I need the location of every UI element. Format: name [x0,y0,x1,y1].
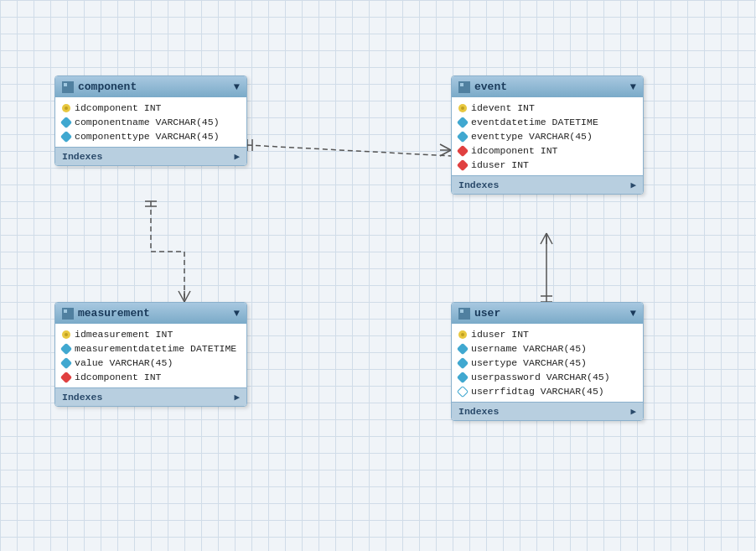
field-label: measurementdatetime DATETIME [75,343,236,354]
table-measurement-icon [62,308,74,320]
field-label: userpassword VARCHAR(45) [471,372,610,382]
table-row: idevent INT [452,101,643,115]
table-row: iduser INT [452,158,643,172]
diamond-empty-icon [457,385,469,397]
table-component-title: component [78,81,137,93]
table-row: iduser INT [452,327,643,341]
table-event-arrow: ▼ [630,81,636,93]
diamond-icon [457,371,469,382]
table-measurement-arrow: ▼ [234,308,240,320]
table-event-icon [458,81,470,93]
svg-line-0 [247,145,451,156]
indexes-label: Indexes [62,392,102,403]
indexes-label: Indexes [458,406,499,417]
table-user-indexes[interactable]: Indexes ▶ [452,402,643,420]
field-label: iduser INT [471,329,529,340]
field-label: idcomponent INT [471,145,558,156]
indexes-expand-icon: ▶ [234,151,240,162]
diamond-icon [60,356,72,368]
field-label: userrfidtag VARCHAR(45) [471,386,604,397]
key-icon [458,330,467,339]
indexes-expand-icon: ▶ [234,392,240,403]
table-row: componenttype VARCHAR(45) [55,129,246,143]
field-label: username VARCHAR(45) [471,343,587,354]
table-user-header[interactable]: user ▼ [452,303,643,324]
field-label: componentname VARCHAR(45) [75,117,220,127]
field-label: usertype VARCHAR(45) [471,357,587,368]
svg-line-4 [440,150,451,156]
table-user: user ▼ iduser INT username VARCHAR(45) u… [451,302,644,421]
table-row: usertype VARCHAR(45) [452,356,643,370]
diamond-icon [60,116,72,127]
table-row: idcomponent INT [452,143,643,158]
table-row: idcomponent INT [55,370,246,384]
table-event: event ▼ idevent INT eventdatetime DATETI… [451,75,644,195]
key-icon [62,104,70,112]
table-user-body: iduser INT username VARCHAR(45) usertype… [452,324,643,402]
table-row: eventdatetime DATETIME [452,115,643,129]
diamond-icon [457,356,469,368]
table-event-title: event [474,81,507,93]
key-icon [458,104,467,112]
indexes-label: Indexes [62,151,102,162]
diamond-red-icon [60,371,72,382]
field-label: eventtype VARCHAR(45) [471,131,593,142]
table-user-icon [458,308,470,320]
indexes-label: Indexes [458,179,499,190]
svg-line-12 [184,291,190,302]
svg-line-16 [546,233,552,244]
table-row: idmeasurement INT [55,327,246,341]
table-row: username VARCHAR(45) [452,341,643,356]
table-component-body: idcomponent INT componentname VARCHAR(45… [55,97,246,147]
field-label: idmeasurement INT [75,329,173,340]
diamond-icon [457,342,469,354]
table-measurement-body: idmeasurement INT measurementdatetime DA… [55,324,246,387]
table-component: component ▼ idcomponent INT componentnam… [54,75,247,166]
table-component-icon [62,81,74,93]
table-event-indexes[interactable]: Indexes ▶ [452,175,643,194]
table-row: componentname VARCHAR(45) [55,115,246,129]
table-row: value VARCHAR(45) [55,356,246,370]
diamond-red-icon [457,159,469,170]
table-measurement: measurement ▼ idmeasurement INT measurem… [54,302,247,407]
table-component-header[interactable]: component ▼ [55,76,246,97]
diamond-icon [457,130,469,142]
table-user-title: user [474,307,500,320]
indexes-expand-icon: ▶ [630,406,636,417]
svg-line-3 [440,144,451,150]
diamond-icon [60,130,72,142]
svg-line-15 [541,233,546,244]
table-row: userpassword VARCHAR(45) [452,370,643,384]
table-measurement-indexes[interactable]: Indexes ▶ [55,387,246,406]
table-component-indexes[interactable]: Indexes ▶ [55,147,246,165]
field-label: value VARCHAR(45) [75,357,173,368]
table-user-arrow: ▼ [630,308,636,320]
field-label: iduser INT [471,159,529,170]
diamond-icon [60,342,72,354]
table-row: idcomponent INT [55,101,246,115]
field-label: idcomponent INT [75,372,162,382]
table-row: measurementdatetime DATETIME [55,341,246,356]
field-label: eventdatetime DATETIME [471,117,598,127]
table-event-body: idevent INT eventdatetime DATETIME event… [452,97,643,175]
field-label: idcomponent INT [75,102,162,113]
table-row: userrfidtag VARCHAR(45) [452,384,643,398]
diamond-icon [457,116,469,127]
table-component-arrow: ▼ [234,81,240,93]
diamond-red-icon [457,144,469,156]
svg-line-11 [179,291,184,302]
table-measurement-title: measurement [78,307,150,320]
table-row: eventtype VARCHAR(45) [452,129,643,143]
field-label: componenttype VARCHAR(45) [75,131,220,142]
indexes-expand-icon: ▶ [630,179,636,190]
table-measurement-header[interactable]: measurement ▼ [55,303,246,324]
table-event-header[interactable]: event ▼ [452,76,643,97]
key-icon [62,330,70,339]
field-label: idevent INT [471,102,535,113]
